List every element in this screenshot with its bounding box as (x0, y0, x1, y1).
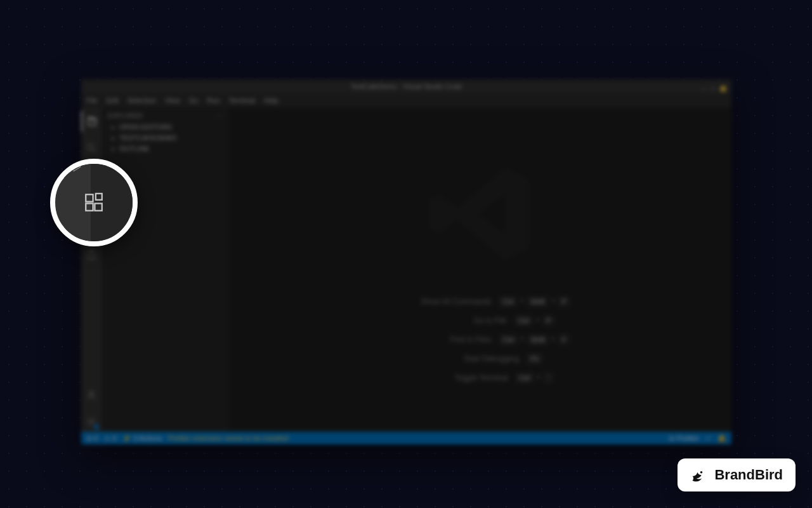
vscode-watermark-icon (423, 157, 537, 271)
shortcut-row: Find in Files Ctrl+Shift+F (390, 335, 570, 345)
accounts-icon[interactable] (81, 385, 102, 405)
menu-go[interactable]: Go (189, 97, 199, 104)
menu-terminal[interactable]: Terminal (229, 97, 256, 104)
sidebar-title: EXPLORER (108, 112, 142, 119)
svg-point-16 (700, 471, 703, 474)
status-prettier[interactable]: ⊘ Prettier (669, 434, 699, 443)
sidebar-section-open-editors[interactable]: OPEN EDITORS (102, 122, 228, 133)
status-bell-icon[interactable]: 🔔 (717, 434, 726, 443)
shortcut-label: Show All Commands (390, 297, 491, 306)
status-actions[interactable]: ⚡ 0 Actions (122, 434, 162, 443)
window-maximize[interactable]: ☐ (710, 82, 716, 96)
brandbird-label: BrandBird (714, 467, 783, 483)
menu-file[interactable]: File (86, 97, 98, 104)
settings-badge (94, 424, 99, 429)
brandbird-logo-icon (690, 466, 708, 484)
window-close[interactable] (720, 86, 726, 92)
menu-selection[interactable]: Selection (128, 97, 156, 104)
activity-bar (81, 107, 102, 432)
editor-welcome: Show All Commands Ctrl+Shift+P Go to Fil… (228, 107, 731, 432)
spotlight-highlight (50, 159, 138, 246)
brandbird-badge[interactable]: BrandBird (678, 458, 796, 491)
explorer-icon[interactable] (81, 111, 102, 131)
sidebar-section-outline[interactable]: OUTLINE (102, 144, 228, 154)
sidebar-section-project[interactable]: TESTCAFEDEMO (102, 133, 228, 144)
extensions-icon[interactable] (83, 192, 105, 213)
menu-view[interactable]: View (165, 97, 180, 104)
search-icon[interactable] (81, 138, 102, 158)
svg-point-0 (88, 144, 93, 150)
shortcut-label: Start Debugging (417, 354, 519, 363)
shortcut-row: Go to File Ctrl+P (405, 316, 554, 326)
sidebar-title-row: EXPLORER ⋯ (102, 110, 228, 122)
svg-point-10 (90, 420, 93, 424)
shortcut-label: Toggle Terminal (407, 373, 508, 382)
shortcut-label: Go to File (405, 316, 507, 325)
status-warnings[interactable]: ⚠ 0 (104, 434, 116, 443)
window-controls: — ☐ (700, 82, 726, 96)
svg-point-9 (89, 391, 93, 395)
sidebar-ellipsis-icon[interactable]: ⋯ (216, 112, 222, 119)
svg-rect-14 (95, 203, 102, 210)
menu-run[interactable]: Run (207, 97, 219, 104)
shortcut-row: Show All Commands Ctrl+Shift+P (390, 297, 570, 307)
shortcut-label: Find in Files (390, 335, 492, 344)
tests-icon[interactable] (81, 244, 102, 265)
status-check[interactable]: ✓ (705, 434, 711, 443)
gear-icon[interactable] (81, 411, 102, 432)
shortcut-row: Start Debugging F5 (417, 354, 542, 364)
shortcut-row: Toggle Terminal Ctrl+` (407, 373, 554, 383)
welcome-shortcuts: Show All Commands Ctrl+Shift+P Go to Fil… (390, 297, 570, 383)
status-errors[interactable]: ⊘ 0 (86, 434, 98, 443)
status-message[interactable]: Prettier extension needs to be installed (168, 434, 289, 442)
menu-help[interactable]: Help (264, 97, 278, 104)
window-titlebar: TestCafeDemo - Visual Studio Code — ☐ (81, 79, 731, 93)
vscode-window: TestCafeDemo - Visual Studio Code — ☐ Fi… (81, 79, 731, 444)
menubar: File Edit Selection View Go Run Terminal… (81, 93, 731, 107)
svg-rect-12 (86, 194, 93, 201)
statusbar: ⊘ 0 ⚠ 0 ⚡ 0 Actions Prettier extension n… (81, 432, 731, 444)
window-minimize[interactable]: — (700, 82, 707, 96)
svg-rect-15 (96, 194, 102, 200)
window-title: TestCafeDemo - Visual Studio Code (351, 83, 462, 90)
svg-rect-13 (86, 203, 93, 210)
sidebar: EXPLORER ⋯ OPEN EDITORS TESTCAFEDEMO OUT… (102, 107, 228, 432)
menu-edit[interactable]: Edit (107, 97, 119, 104)
